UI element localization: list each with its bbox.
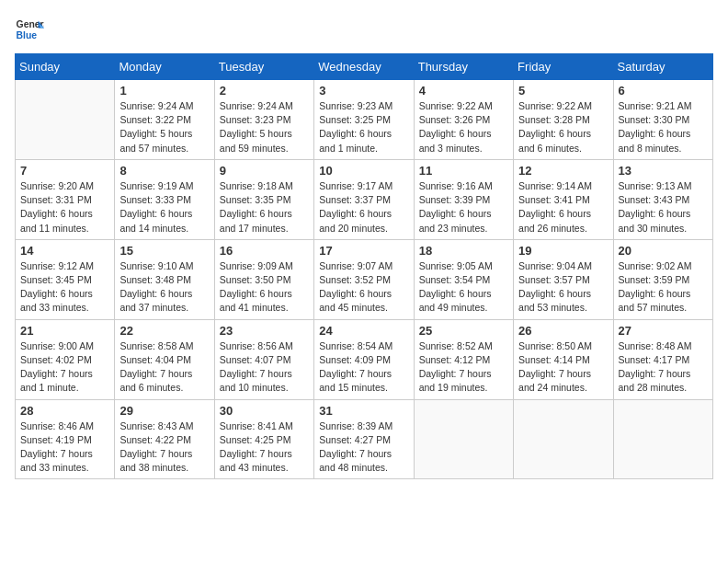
day-info: Sunrise: 8:43 AMSunset: 4:22 PMDaylight:… [119, 419, 209, 476]
day-number: 29 [119, 404, 209, 418]
day-number: 10 [319, 164, 408, 178]
day-number: 23 [220, 324, 309, 338]
day-of-week-header: Friday [514, 54, 613, 80]
day-number: 6 [619, 84, 708, 98]
day-number: 11 [419, 164, 508, 178]
calendar-cell: 12Sunrise: 9:14 AMSunset: 3:41 PMDayligh… [514, 159, 613, 239]
calendar-week-row: 7Sunrise: 9:20 AMSunset: 3:31 PMDaylight… [16, 159, 713, 239]
calendar-cell: 22Sunrise: 8:58 AMSunset: 4:04 PMDayligh… [115, 319, 214, 399]
calendar-cell: 6Sunrise: 9:21 AMSunset: 3:30 PMDaylight… [613, 80, 712, 160]
day-info: Sunrise: 9:23 AMSunset: 3:25 PMDaylight:… [319, 99, 408, 155]
calendar-cell: 31Sunrise: 8:39 AMSunset: 4:27 PMDayligh… [314, 399, 414, 479]
logo-icon: General Blue [15, 15, 44, 44]
calendar-cell: 30Sunrise: 8:41 AMSunset: 4:25 PMDayligh… [214, 399, 313, 479]
day-number: 19 [518, 244, 608, 258]
calendar-cell: 7Sunrise: 9:20 AMSunset: 3:31 PMDaylight… [16, 159, 115, 239]
calendar-cell: 11Sunrise: 9:16 AMSunset: 3:39 PMDayligh… [414, 159, 513, 239]
calendar-cell [414, 399, 513, 479]
day-number: 13 [619, 164, 708, 178]
calendar-week-row: 14Sunrise: 9:12 AMSunset: 3:45 PMDayligh… [16, 239, 713, 319]
calendar-cell: 25Sunrise: 8:52 AMSunset: 4:12 PMDayligh… [414, 319, 513, 399]
calendar-cell: 15Sunrise: 9:10 AMSunset: 3:48 PMDayligh… [115, 239, 214, 319]
day-info: Sunrise: 9:13 AMSunset: 3:43 PMDaylight:… [619, 179, 708, 236]
calendar-week-row: 1Sunrise: 9:24 AMSunset: 3:22 PMDaylight… [16, 80, 713, 160]
day-info: Sunrise: 9:07 AMSunset: 3:52 PMDaylight:… [319, 259, 408, 316]
calendar-cell: 26Sunrise: 8:50 AMSunset: 4:14 PMDayligh… [514, 319, 613, 399]
day-number: 2 [220, 84, 309, 98]
day-info: Sunrise: 8:54 AMSunset: 4:09 PMDaylight:… [319, 339, 408, 396]
day-number: 16 [220, 244, 309, 258]
calendar-table: SundayMondayTuesdayWednesdayThursdayFrid… [15, 53, 713, 479]
calendar-cell: 16Sunrise: 9:09 AMSunset: 3:50 PMDayligh… [214, 239, 313, 319]
calendar-cell: 23Sunrise: 8:56 AMSunset: 4:07 PMDayligh… [214, 319, 313, 399]
day-info: Sunrise: 9:05 AMSunset: 3:54 PMDaylight:… [419, 259, 508, 316]
day-info: Sunrise: 9:21 AMSunset: 3:30 PMDaylight:… [619, 99, 708, 155]
day-number: 25 [419, 324, 508, 338]
day-info: Sunrise: 8:56 AMSunset: 4:07 PMDaylight:… [220, 339, 309, 396]
day-info: Sunrise: 9:20 AMSunset: 3:31 PMDaylight:… [20, 179, 109, 236]
day-number: 12 [518, 164, 608, 178]
day-info: Sunrise: 9:16 AMSunset: 3:39 PMDaylight:… [419, 179, 508, 236]
day-info: Sunrise: 9:24 AMSunset: 3:23 PMDaylight:… [220, 99, 309, 155]
day-info: Sunrise: 8:46 AMSunset: 4:19 PMDaylight:… [20, 419, 109, 476]
day-number: 17 [319, 244, 408, 258]
day-number: 15 [119, 244, 209, 258]
day-info: Sunrise: 9:09 AMSunset: 3:50 PMDaylight:… [220, 259, 309, 316]
calendar-cell: 2Sunrise: 9:24 AMSunset: 3:23 PMDaylight… [214, 80, 313, 160]
calendar-cell: 10Sunrise: 9:17 AMSunset: 3:37 PMDayligh… [314, 159, 414, 239]
day-of-week-header: Sunday [16, 54, 115, 80]
calendar-week-row: 21Sunrise: 9:00 AMSunset: 4:02 PMDayligh… [16, 319, 713, 399]
day-info: Sunrise: 9:00 AMSunset: 4:02 PMDaylight:… [20, 339, 109, 396]
calendar-header-row: SundayMondayTuesdayWednesdayThursdayFrid… [16, 54, 713, 80]
calendar-cell: 5Sunrise: 9:22 AMSunset: 3:28 PMDaylight… [514, 80, 613, 160]
day-of-week-header: Thursday [414, 54, 513, 80]
day-info: Sunrise: 8:48 AMSunset: 4:17 PMDaylight:… [619, 339, 708, 396]
day-number: 14 [20, 244, 109, 258]
calendar-cell [16, 80, 115, 160]
day-info: Sunrise: 9:12 AMSunset: 3:45 PMDaylight:… [20, 259, 109, 316]
day-info: Sunrise: 9:02 AMSunset: 3:59 PMDaylight:… [619, 259, 708, 316]
day-of-week-header: Wednesday [314, 54, 414, 80]
svg-text:Blue: Blue [17, 30, 38, 40]
day-of-week-header: Tuesday [214, 54, 313, 80]
calendar-cell: 19Sunrise: 9:04 AMSunset: 3:57 PMDayligh… [514, 239, 613, 319]
day-number: 22 [119, 324, 209, 338]
calendar-cell: 20Sunrise: 9:02 AMSunset: 3:59 PMDayligh… [613, 239, 712, 319]
calendar-cell [514, 399, 613, 479]
calendar-cell: 29Sunrise: 8:43 AMSunset: 4:22 PMDayligh… [115, 399, 214, 479]
day-info: Sunrise: 8:50 AMSunset: 4:14 PMDaylight:… [518, 339, 608, 396]
day-info: Sunrise: 8:39 AMSunset: 4:27 PMDaylight:… [319, 419, 408, 476]
calendar-cell: 1Sunrise: 9:24 AMSunset: 3:22 PMDaylight… [115, 80, 214, 160]
calendar-cell: 28Sunrise: 8:46 AMSunset: 4:19 PMDayligh… [16, 399, 115, 479]
calendar-cell: 3Sunrise: 9:23 AMSunset: 3:25 PMDaylight… [314, 80, 414, 160]
day-number: 26 [518, 324, 608, 338]
calendar-cell: 21Sunrise: 9:00 AMSunset: 4:02 PMDayligh… [16, 319, 115, 399]
day-info: Sunrise: 9:18 AMSunset: 3:35 PMDaylight:… [220, 179, 309, 236]
day-number: 30 [220, 404, 309, 418]
day-number: 20 [619, 244, 708, 258]
day-info: Sunrise: 9:04 AMSunset: 3:57 PMDaylight:… [518, 259, 608, 316]
logo: General Blue [15, 15, 48, 44]
calendar-week-row: 28Sunrise: 8:46 AMSunset: 4:19 PMDayligh… [16, 399, 713, 479]
day-info: Sunrise: 8:41 AMSunset: 4:25 PMDaylight:… [220, 419, 309, 476]
calendar-cell [613, 399, 712, 479]
day-number: 5 [518, 84, 608, 98]
calendar-cell: 27Sunrise: 8:48 AMSunset: 4:17 PMDayligh… [613, 319, 712, 399]
day-number: 21 [20, 324, 109, 338]
day-info: Sunrise: 8:52 AMSunset: 4:12 PMDaylight:… [419, 339, 508, 396]
calendar-cell: 18Sunrise: 9:05 AMSunset: 3:54 PMDayligh… [414, 239, 513, 319]
day-info: Sunrise: 9:22 AMSunset: 3:26 PMDaylight:… [419, 99, 508, 155]
day-of-week-header: Saturday [613, 54, 712, 80]
day-info: Sunrise: 9:10 AMSunset: 3:48 PMDaylight:… [119, 259, 209, 316]
calendar-cell: 4Sunrise: 9:22 AMSunset: 3:26 PMDaylight… [414, 80, 513, 160]
day-info: Sunrise: 9:19 AMSunset: 3:33 PMDaylight:… [119, 179, 209, 236]
calendar-cell: 13Sunrise: 9:13 AMSunset: 3:43 PMDayligh… [613, 159, 712, 239]
day-number: 18 [419, 244, 508, 258]
calendar-cell: 8Sunrise: 9:19 AMSunset: 3:33 PMDaylight… [115, 159, 214, 239]
day-number: 27 [619, 324, 708, 338]
calendar-cell: 9Sunrise: 9:18 AMSunset: 3:35 PMDaylight… [214, 159, 313, 239]
day-number: 1 [119, 84, 209, 98]
page-header: General Blue [15, 15, 713, 44]
day-info: Sunrise: 9:14 AMSunset: 3:41 PMDaylight:… [518, 179, 608, 236]
day-number: 28 [20, 404, 109, 418]
